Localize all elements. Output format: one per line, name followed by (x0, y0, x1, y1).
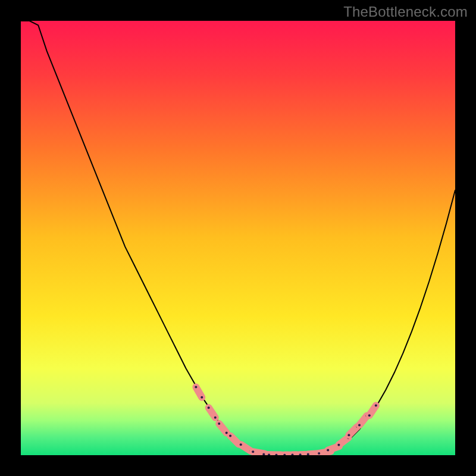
curve-marker-endcap (327, 449, 329, 452)
curve-marker-endcap (240, 443, 242, 446)
curve-marker-endcap (252, 450, 254, 453)
watermark-text: TheBottleneck.com (343, 4, 468, 20)
curve-marker-endcap (195, 386, 197, 388)
chart-background (21, 21, 455, 455)
curve-marker-endcap (229, 434, 231, 437)
bottleneck-curve-chart (21, 21, 455, 455)
curve-marker-endcap (318, 452, 320, 455)
curve-marker-endcap (208, 406, 210, 409)
curve-marker-endcap (337, 444, 340, 446)
chart-frame: TheBottleneck.com (0, 0, 476, 476)
curve-marker-endcap (368, 414, 371, 416)
curve-marker-endcap (375, 404, 377, 406)
curve-marker-endcap (226, 432, 228, 434)
curve-marker-endcap (358, 424, 361, 426)
curve-marker-endcap (214, 416, 217, 419)
curve-marker-endcap (218, 422, 220, 425)
curve-marker-endcap (347, 434, 350, 436)
curve-marker-endcap (201, 396, 203, 399)
